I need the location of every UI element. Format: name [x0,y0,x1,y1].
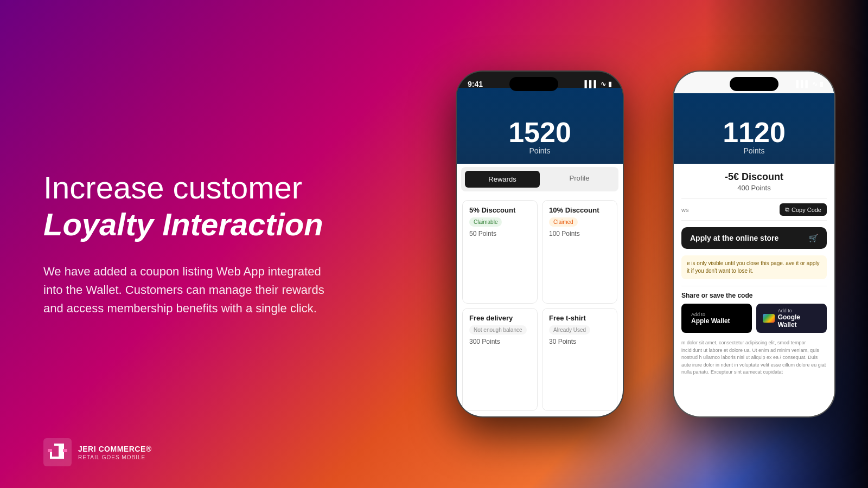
svg-rect-0 [43,438,72,466]
logo-area: JERI COMMERCE® RETAIL GOES MOBILE [43,438,152,466]
coupon-card-2[interactable]: Free delivery Not enough balance 300 Poi… [462,308,538,412]
phone1-tabs: Rewards Profile [461,167,618,191]
phone1-points: 1520 [508,118,571,146]
phone2-hero: 1120 Points [674,88,834,164]
svg-rect-6 [63,449,67,452]
share-section: Share or save the code Add to Apple Wall… [681,286,827,333]
wifi-icon: ∿ [601,80,606,88]
google-wallet-label: Google Wallet [778,313,820,329]
coupons-grid: 5% Disccount Claimable 50 Points 10% Dis… [457,195,623,416]
coupon-title-0: 5% Disccount [469,206,531,214]
signal-icon: ▌▌▌ [584,80,598,88]
phone1-tab-area: Rewards Profile [457,164,623,195]
wifi-icon-2: ∿ [812,80,818,88]
coupon-badge-3: Already Used [549,325,590,335]
apple-wallet-label: Apple Wallet [691,317,730,325]
coupon-points-1: 100 Points [549,230,610,237]
logo-icon [43,438,72,466]
phone2-body: -5€ Discount 400 Points ws ⧉ Copy Code A… [674,164,834,416]
phone-2: ▌▌▌ ∿ ▮ 1120 Points -5€ Discount 400 Poi… [673,70,835,418]
discount-points: 400 Points [681,184,827,192]
phones-section: 9:41 ▌▌▌ ∿ ▮ 1520 Points Rewards [456,0,835,488]
apple-wallet-add-label: Add to [691,312,730,317]
code-text: ws [681,207,688,213]
phone2-points: 1120 [723,118,786,146]
coupon-badge-1: Claimed [549,217,578,227]
lorem-text: m dolor sit amet, consectetur adipiscing… [681,339,827,376]
coupon-card-0[interactable]: 5% Disccount Claimable 50 Points [462,200,538,304]
coupon-badge-0: Claimable [469,217,502,227]
svg-rect-4 [50,452,52,459]
warning-text: e is only visible until you close this p… [687,260,820,274]
svg-rect-5 [48,449,52,452]
phone1-status-icons: ▌▌▌ ∿ ▮ [584,80,612,88]
copy-code-button[interactable]: ⧉ Copy Code [780,203,827,216]
headline-normal: Increase customer [43,170,336,205]
phone2-status-icons: ▌▌▌ ∿ ▮ [796,80,824,88]
tab-rewards[interactable]: Rewards [465,171,540,188]
wallet-buttons: Add to Apple Wallet Add to Google Wallet [681,304,827,333]
coupon-points-3: 30 Points [549,338,610,345]
cart-icon: 🛒 [809,234,818,242]
copy-icon: ⧉ [785,206,789,213]
copy-label: Copy Code [792,207,821,213]
body-text: We have added a coupon listing Web App i… [43,262,336,318]
google-icon [763,314,775,323]
headline-italic: Loyalty Interaction [43,207,336,243]
phone1-hero: 1520 Points [457,88,623,164]
coupon-badge-2: Not enough balance [469,325,527,335]
logo-tagline: RETAIL GOES MOBILE [78,454,152,460]
phone2-dynamic-island [730,77,778,91]
apply-button[interactable]: Apply at the online store 🛒 [681,227,827,249]
coupon-title-1: 10% Disccount [549,206,610,214]
phone-1: 9:41 ▌▌▌ ∿ ▮ 1520 Points Rewards [456,70,624,418]
share-title: Share or save the code [681,292,827,299]
coupon-title-3: Free t-shirt [549,314,610,322]
coupon-points-0: 50 Points [469,230,531,237]
left-section: Increase customer Loyalty Interaction We… [0,138,380,351]
google-wallet-add-label: Add to [778,308,820,313]
apply-label: Apply at the online store [690,234,778,242]
phone1-status-bar: 9:41 ▌▌▌ ∿ ▮ [457,72,623,93]
signal-icon-2: ▌▌▌ [796,80,810,88]
phone1-dynamic-island [509,77,558,91]
apple-wallet-button[interactable]: Add to Apple Wallet [681,304,752,333]
warning-box: e is only visible until you close this p… [681,255,827,279]
tab-profile[interactable]: Profile [542,169,617,190]
google-wallet-button[interactable]: Add to Google Wallet [756,304,827,333]
phone1-time: 9:41 [468,80,483,88]
battery-icon-2: ▮ [820,80,824,88]
code-row: ws ⧉ Copy Code [681,198,827,221]
phone2-status-bar: ▌▌▌ ∿ ▮ [674,72,834,93]
battery-icon: ▮ [608,80,612,88]
discount-section: -5€ Discount 400 Points [681,171,827,192]
discount-title: -5€ Discount [681,171,827,183]
coupon-card-3[interactable]: Free t-shirt Already Used 30 Points [542,308,617,412]
phone2-points-label: Points [744,146,765,155]
coupon-title-2: Free delivery [469,314,531,322]
coupon-points-2: 300 Points [469,338,531,345]
logo-name: JERI COMMERCE® [78,444,152,454]
phone1-points-label: Points [529,146,551,155]
coupon-card-1[interactable]: 10% Disccount Claimed 100 Points [542,200,617,304]
